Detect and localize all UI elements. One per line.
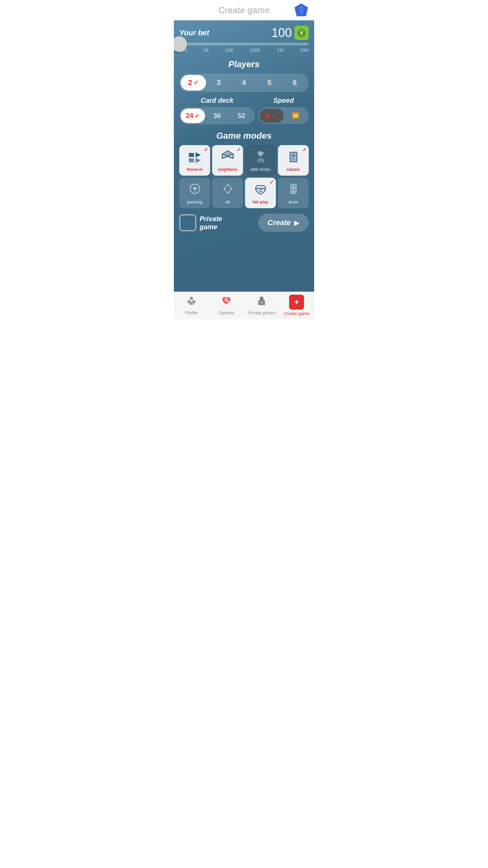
play-icon: ▶ [266,112,271,119]
all-icon [221,182,235,198]
slider-track [179,43,309,45]
bet-slider[interactable] [179,43,309,45]
speed-label: Speed [258,97,309,104]
bottom-nav: Profile Opened Private games [174,292,314,319]
mode-throw-in[interactable]: ✓ throw-in [179,145,210,176]
bet-value-row: 100 € [271,26,309,40]
check-icon-24: ✓ [195,112,200,120]
neighbors-label: neighbors [218,167,237,172]
mode-passing[interactable]: passing [179,178,210,208]
nav-opened[interactable]: Opened [209,296,244,315]
fair-play-label: fair play [252,200,268,204]
slider-label-10k: 10K [225,47,233,53]
opened-heart-search-icon [221,296,232,309]
throw-in-label: throw-in [187,167,203,172]
svg-point-18 [261,153,262,154]
player-option-2[interactable]: 2 ✓ [181,75,206,91]
nav-profile[interactable]: Profile [174,296,209,315]
mode-with-tricks[interactable]: with tricks [245,145,276,176]
deck-option-36[interactable]: 36 [205,108,229,123]
mode-fair-play[interactable]: ✓ fair play [245,178,276,208]
fast-forward-icon: ⏩ [292,112,299,119]
slider-labels: 100 1K 10K 100K 1M 10M [179,47,309,53]
svg-point-30 [192,300,196,303]
card-deck-label: Card deck [179,97,255,104]
page-title: Create game [219,5,269,16]
check-icon-speed: ✓ [272,112,277,119]
throw-in-icon [188,150,202,166]
opened-nav-label: Opened [219,310,234,315]
play-arrow-icon: ▶ [294,219,299,227]
svg-point-36 [261,301,262,303]
private-game-label: Privategame [200,215,222,231]
svg-point-17 [259,153,260,154]
check-icon-throw-in: ✓ [204,146,208,153]
mode-all[interactable]: all [212,178,243,208]
mode-neighbors[interactable]: ✓ neighbors [212,145,243,176]
svg-point-26 [292,186,294,189]
svg-rect-9 [189,158,194,162]
deck-selector: 24 ✓ 36 52 [179,107,255,124]
nav-private-games[interactable]: Private games [244,296,279,315]
classic-icon [287,150,300,166]
svg-point-22 [292,158,294,160]
mode-draw[interactable]: draw [278,178,309,208]
svg-point-16 [257,152,264,154]
create-game-nav-label: Create game [284,311,309,316]
classic-label: classic [286,167,300,172]
svg-marker-8 [196,152,201,158]
passing-icon [188,182,202,198]
svg-point-27 [292,191,294,193]
player-option-3[interactable]: 3 [206,75,231,91]
svg-point-28 [190,297,193,300]
check-icon-fair-play: ✓ [269,179,274,185]
speed-selector: ▶ ✓ ⏩ [258,107,309,124]
svg-point-29 [187,300,191,303]
bet-amount: 100 [271,26,292,40]
draw-icon [287,182,300,198]
svg-rect-32 [189,304,194,305]
slider-label-10m: 10M [300,47,309,53]
gem-icon [294,3,309,18]
deck-option-52[interactable]: 52 [229,108,253,123]
card-deck-section: Card deck 24 ✓ 36 52 [179,97,255,124]
check-icon-neighbors: ✓ [237,146,241,153]
draw-label: draw [288,200,298,204]
player-option-6[interactable]: 6 [282,75,307,91]
main-content: Your bet 100 € 100 1K 10K 100K [174,20,314,292]
slider-label-1k: 1K [203,47,209,53]
svg-marker-10 [196,158,201,163]
svg-point-21 [292,154,295,157]
bet-label: Your bet [179,28,209,37]
bet-section: Your bet 100 € 100 1K 10K 100K [179,26,309,53]
players-selector: 2 ✓ 3 4 5 6 [179,74,309,92]
private-game-checkbox[interactable] [179,214,196,231]
speed-option-normal[interactable]: ▶ ✓ [260,108,283,123]
deck-option-24[interactable]: 24 ✓ [181,108,205,123]
passing-label: passing [187,200,202,204]
private-game-area: Privategame [179,214,222,231]
nav-create-game[interactable]: + Create game [279,295,314,316]
player-option-5[interactable]: 5 [257,75,282,91]
private-games-nav-label: Private games [247,310,276,315]
with-tricks-icon [254,150,267,166]
fair-play-icon [254,182,267,198]
create-game-plus-icon: + [289,295,304,310]
svg-rect-7 [189,153,194,157]
check-icon-classic: ✓ [302,146,307,153]
create-game-button[interactable]: Create ▶ [258,214,309,232]
card-speed-row: Card deck 24 ✓ 36 52 Speed ▶ ✓ ⏩ [179,97,309,124]
check-icon-2: ✓ [194,79,199,86]
with-tricks-label: with tricks [250,167,270,172]
players-title: Players [179,59,309,70]
private-lock-icon [256,296,267,309]
mode-classic[interactable]: ✓ classic [278,145,309,176]
profile-nav-label: Profile [185,310,198,315]
player-option-4[interactable]: 4 [231,75,257,91]
create-button-label: Create [268,218,291,227]
game-modes-title: Game modes [179,131,309,141]
header: Create game [174,0,314,20]
game-modes-grid: ✓ throw-in ✓ n [179,145,309,208]
speed-section: Speed ▶ ✓ ⏩ [258,97,309,124]
speed-option-fast[interactable]: ⏩ [284,108,307,123]
